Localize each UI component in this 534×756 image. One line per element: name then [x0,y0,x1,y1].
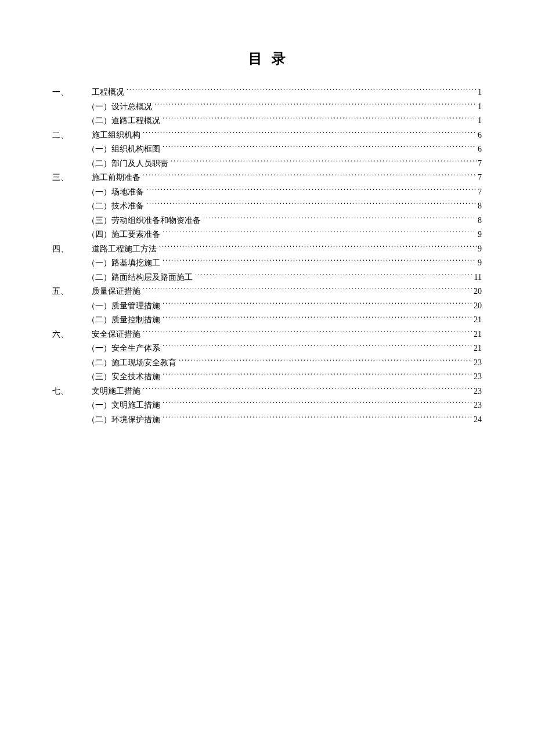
toc-subsection-row: （三）劳动组织准备和物资准备8 [52,214,482,228]
toc-entry-number: 七、 [52,384,87,398]
toc-entry-number: 三、 [52,171,87,185]
toc-subsection-row: （四）施工要素准备9 [52,228,482,242]
toc-leader-dots [163,414,472,422]
toc-leader-dots [159,243,477,251]
toc-leader-dots [163,371,472,379]
toc-leader-dots [143,286,472,294]
toc-subsection-row: （一）文明施工措施23 [52,398,482,412]
toc-leader-dots [163,343,472,351]
toc-subsection-row: （一）路基填挖施工9 [52,256,482,270]
toc-subsection-row: （二）质量控制措施21 [52,313,482,327]
toc-section-row: 一、工程概况1 [52,85,482,99]
toc-subsection-row: （二）环境保护措施24 [52,413,482,427]
toc-entry-page: 11 [473,271,482,285]
toc-section-row: 三、施工前期准备7 [52,171,482,185]
toc-entry-page: 23 [472,384,482,398]
toc-entry-page: 20 [472,299,482,313]
toc-leader-dots [146,200,477,208]
toc-entry-label: 道路工程施工方法 [87,242,159,256]
toc-entry-page: 20 [472,285,482,298]
toc-entry-page: 1 [477,85,482,99]
toc-leader-dots [127,87,477,95]
toc-entry-label: （一）组织机构框图 [87,142,163,156]
toc-entry-page: 6 [477,128,482,142]
toc-entry-page: 21 [472,313,482,327]
toc-section-row: 五、质量保证措施20 [52,285,482,298]
toc-entry-page: 8 [477,214,482,228]
toc-entry-page: 6 [477,142,482,156]
toc-entry-label: （二）质量控制措施 [87,313,163,327]
toc-entry-label: （一）质量管理措施 [87,299,163,313]
toc-leader-dots [143,386,472,394]
toc-entry-page: 7 [477,185,482,199]
toc-section-row: 二、施工组织机构6 [52,128,482,142]
toc-entry-page: 1 [477,100,482,114]
toc-entry-label: 文明施工措施 [87,384,143,398]
toc-subsection-row: （二）施工现场安全教育23 [52,356,482,370]
toc-entry-label: （二）道路工程概况 [87,114,163,128]
toc-leader-dots [171,158,477,166]
toc-entry-label: （三）劳动组织准备和物资准备 [87,214,203,228]
toc-entry-page: 21 [472,341,482,355]
toc-entry-number: 二、 [52,128,87,142]
toc-leader-dots [163,257,477,265]
toc-subsection-row: （二）道路工程概况1 [52,114,482,128]
toc-entry-label: （一）安全生产体系 [87,341,163,355]
toc-leader-dots [163,229,477,237]
toc-leader-dots [143,329,472,337]
toc-section-row: 七、文明施工措施23 [52,384,482,398]
toc-entry-number: 一、 [52,85,87,99]
toc-entry-label: 工程概况 [87,85,127,99]
toc-subsection-row: （一）设计总概况1 [52,100,482,114]
toc-entry-label: （二）路面结构层及路面施工 [87,271,195,285]
toc-entry-page: 9 [477,242,482,256]
toc-entry-page: 7 [477,157,482,171]
toc-entry-page: 8 [477,199,482,213]
toc-leader-dots [163,115,477,123]
toc-subsection-row: （二）路面结构层及路面施工11 [52,271,482,285]
toc-entry-label: （一）文明施工措施 [87,398,163,412]
page-title: 目录 [52,49,482,68]
toc-entry-page: 1 [477,114,482,128]
toc-subsection-row: （一）场地准备7 [52,185,482,199]
toc-entry-label: 安全保证措施 [87,327,143,341]
toc-entry-label: （二）环境保护措施 [87,413,163,427]
toc-entry-label: （二）部门及人员职责 [87,157,171,171]
toc-entry-label: （四）施工要素准备 [87,228,163,242]
toc-entry-label: 施工前期准备 [87,171,143,185]
toc-leader-dots [146,186,477,195]
toc-subsection-row: （三）安全技术措施23 [52,370,482,384]
toc-subsection-row: （一）安全生产体系21 [52,341,482,355]
toc-entry-page: 21 [472,327,482,341]
toc-entry-label: （二）技术准备 [87,199,146,213]
toc-leader-dots [163,399,472,408]
toc-section-row: 四、道路工程施工方法9 [52,242,482,256]
toc-entry-label: （一）场地准备 [87,185,146,199]
table-of-contents: 一、工程概况1（一）设计总概况1（二）道路工程概况1二、施工组织机构6（一）组织… [52,85,482,427]
toc-entry-number: 四、 [52,242,87,256]
toc-subsection-row: （一）组织机构框图6 [52,142,482,156]
toc-leader-dots [163,143,477,152]
toc-entry-page: 23 [472,370,482,384]
toc-leader-dots [163,300,472,308]
toc-entry-label: 质量保证措施 [87,285,143,298]
toc-entry-page: 9 [477,256,482,270]
toc-leader-dots [143,129,477,138]
toc-entry-page: 7 [477,171,482,185]
toc-leader-dots [203,215,477,223]
toc-entry-page: 23 [472,398,482,412]
toc-leader-dots [163,314,472,322]
toc-leader-dots [195,272,473,280]
toc-entry-label: （二）施工现场安全教育 [87,356,179,370]
toc-subsection-row: （一）质量管理措施20 [52,299,482,313]
toc-entry-page: 9 [477,228,482,242]
toc-entry-label: 施工组织机构 [87,128,143,142]
toc-entry-page: 23 [472,356,482,370]
toc-subsection-row: （二）技术准备8 [52,199,482,213]
toc-section-row: 六、安全保证措施21 [52,327,482,341]
toc-leader-dots [179,357,472,365]
toc-leader-dots [154,101,477,109]
toc-entry-page: 24 [472,413,482,427]
toc-entry-label: （一）路基填挖施工 [87,256,163,270]
toc-entry-label: （三）安全技术措施 [87,370,163,384]
